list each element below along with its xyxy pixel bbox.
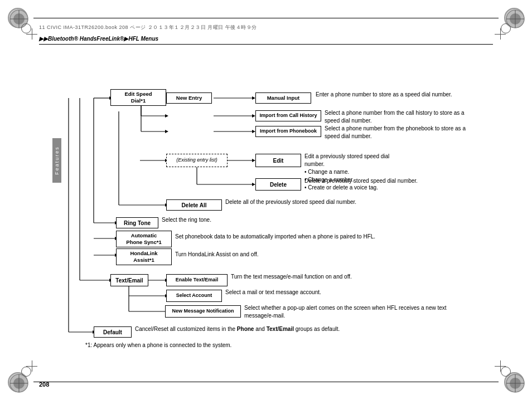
text-email-box: Text/Email xyxy=(110,274,148,286)
new-message-notification-box: New Message Notification xyxy=(165,305,241,318)
import-phonebook-desc: Select a phone number from the phonebook… xyxy=(325,125,472,140)
enable-text-email-desc: Turn the text message/e-mail function on… xyxy=(231,273,465,281)
select-account-desc: Select a mail or text message account. xyxy=(225,289,460,296)
delete-all-label: Delete All xyxy=(181,202,206,209)
manual-input-label: Manual Input xyxy=(267,95,300,101)
import-phonebook-box: Import from Phonebook xyxy=(255,126,321,137)
edit-desc: Edit a previously stored speed dial numb… xyxy=(304,153,472,192)
import-call-history-label: Import from Call History xyxy=(259,113,317,119)
delete-all-box: Delete All xyxy=(166,199,222,211)
breadcrumb-text: ▶▶Bluetooth® HandsFreeLink®▶HFL Menus xyxy=(39,36,158,42)
delete-desc: Delete a previously stored speed dial nu… xyxy=(304,177,466,185)
header: 11 CIVIC IMA-31TR26200.book 208 ページ ２０１３… xyxy=(39,19,493,36)
new-message-notification-desc: Select whether a pop-up alert comes on t… xyxy=(244,304,470,320)
auto-phone-sync-label: Automatic Phone Sync*1 xyxy=(126,232,161,246)
default-label: Default xyxy=(103,329,122,336)
manual-input-desc: Enter a phone number to store as a speed… xyxy=(316,91,480,99)
hondalink-assist-box: HondaLink Assist*1 xyxy=(116,248,172,265)
footnote: *1: Appears only when a phone is connect… xyxy=(85,342,431,349)
existing-entry-label: (Existing entry list) xyxy=(176,157,217,164)
top-border xyxy=(33,18,499,18)
hondalink-assist-label: HondaLink Assist*1 xyxy=(130,250,157,264)
delete-all-desc: Delete all of the previously stored spee… xyxy=(225,198,471,206)
edit-speed-dial-label: Edit Speed Dial*1 xyxy=(124,91,152,105)
new-entry-box: New Entry xyxy=(166,92,212,104)
page-number: 208 xyxy=(39,381,49,388)
auto-phone-sync-desc: Set phonebook data to be automatically i… xyxy=(175,233,465,241)
ring-tone-desc: Select the ring tone. xyxy=(162,216,329,224)
new-entry-label: New Entry xyxy=(176,95,202,101)
crosshair-circle-tl xyxy=(21,23,31,33)
select-account-box: Select Account xyxy=(166,290,222,302)
edit-speed-dial-box: Edit Speed Dial*1 xyxy=(110,89,166,106)
bottom-border xyxy=(33,382,499,382)
diagram-area: Edit Speed Dial*1 New Entry Manual Input… xyxy=(38,49,521,375)
svg-marker-23 xyxy=(165,130,168,133)
svg-marker-20 xyxy=(165,114,168,118)
auto-phone-sync-box: Automatic Phone Sync*1 xyxy=(116,231,172,247)
enable-text-email-label: Enable Text/Email xyxy=(176,277,218,284)
import-phonebook-label: Import from Phonebook xyxy=(260,128,317,135)
ring-tone-box: Ring Tone xyxy=(116,217,158,228)
ring-tone-label: Ring Tone xyxy=(124,219,151,227)
file-info: 11 CIVIC IMA-31TR26200.book 208 ページ ２０１３… xyxy=(39,24,257,31)
enable-text-email-box: Enable Text/Email xyxy=(166,274,228,286)
default-box: Default xyxy=(94,326,132,338)
import-call-history-box: Import from Call History xyxy=(255,110,321,121)
edit-label: Edit xyxy=(273,157,284,164)
new-message-notification-label: New Message Notification xyxy=(172,308,234,315)
delete-label: Delete xyxy=(270,181,287,188)
manual-input-box: Manual Input xyxy=(255,92,311,104)
select-account-label: Select Account xyxy=(176,292,212,299)
crosshair-circle-tr xyxy=(501,23,511,33)
import-call-history-desc: Select a phone number from the call hist… xyxy=(325,109,475,125)
hondalink-assist-desc: Turn HondaLink Assist on and off. xyxy=(175,251,465,258)
delete-box: Delete xyxy=(255,178,301,191)
default-desc: Cancel/Reset all customized items in the… xyxy=(135,325,470,333)
edit-box: Edit xyxy=(255,154,301,167)
crosshair-circle-bl xyxy=(21,367,31,377)
existing-entry-box: (Existing entry list) xyxy=(166,154,228,167)
text-email-label: Text/Email xyxy=(115,277,143,284)
breadcrumb: ▶▶Bluetooth® HandsFreeLink®▶HFL Menus xyxy=(39,35,493,45)
